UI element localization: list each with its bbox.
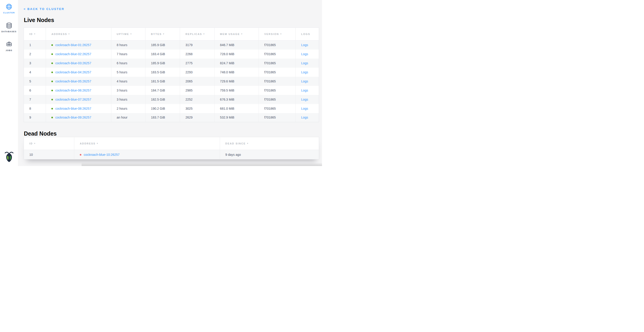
column-header-dead_address[interactable]: ADDRESS▾ xyxy=(74,137,220,150)
cell-bytes: 185.9 GiB xyxy=(146,59,180,68)
cell-replicas: 3179 xyxy=(180,40,214,49)
column-header-dead_since[interactable]: DEAD SINCE▾ xyxy=(220,137,319,150)
node-address-link[interactable]: cockroach-blue-09:26257 xyxy=(55,116,91,119)
cell-uptime: 3 hours xyxy=(111,95,146,104)
cell-mem-usage: 748.0 MiB xyxy=(214,68,259,77)
live-node-row: 5cockroach-blue-05:262574 hours181.5 GiB… xyxy=(24,77,319,86)
cell-replicas: 3025 xyxy=(180,104,214,113)
cell-logs: Logs xyxy=(296,95,319,104)
version-value: f701865 xyxy=(264,116,276,119)
logs-link[interactable]: Logs xyxy=(301,70,308,74)
cell-replicas: 2985 xyxy=(180,86,214,95)
node-id: 2 xyxy=(29,52,31,56)
cell-node-id: 9 xyxy=(24,113,46,122)
sort-arrow-icon: ▾ xyxy=(241,33,243,35)
cell-node-id: 6 xyxy=(24,86,46,95)
cell-node-address: cockroach-blue-01:26257 xyxy=(46,40,111,49)
cell-node-address: cockroach-blue-06:26257 xyxy=(46,86,111,95)
column-label: DEAD SINCE xyxy=(226,142,246,145)
mem-usage-value: 676.3 MiB xyxy=(220,98,234,101)
replicas-value: 2268 xyxy=(186,52,192,56)
logs-link[interactable]: Logs xyxy=(301,98,308,101)
node-address-link[interactable]: cockroach-blue-08:26257 xyxy=(55,107,91,110)
column-label: VERSION xyxy=(264,33,279,35)
version-value: f701865 xyxy=(264,107,276,110)
live-nodes-title: Live Nodes xyxy=(24,17,322,23)
cell-uptime: 4 hours xyxy=(111,77,146,86)
cell-node-id: 7 xyxy=(24,95,46,104)
uptime-value: 6 hours xyxy=(117,61,128,65)
node-address-link[interactable]: cockroach-blue-05:26257 xyxy=(55,79,91,83)
bytes-value: 190.2 GiB xyxy=(151,107,165,110)
cell-logs: Logs xyxy=(296,40,319,49)
uptime-value: 3 hours xyxy=(117,89,128,92)
logs-link[interactable]: Logs xyxy=(301,52,308,56)
cell-replicas: 2629 xyxy=(180,113,214,122)
sidebar-item-databases[interactable]: DATABASES xyxy=(1,22,16,33)
cell-bytes: 185.9 GiB xyxy=(146,40,180,49)
version-value: f701865 xyxy=(264,52,276,56)
logs-link[interactable]: Logs xyxy=(301,116,308,119)
back-to-cluster-link[interactable]: < BACK TO CLUSTER xyxy=(24,7,64,11)
cell-replicas: 2065 xyxy=(180,77,214,86)
cell-mem-usage: 846.7 MiB xyxy=(214,40,259,49)
column-header-replicas[interactable]: REPLICAS▾ xyxy=(180,28,214,40)
column-header-bytes[interactable]: BYTES▾ xyxy=(146,28,180,40)
healthy-status-dot-icon xyxy=(51,53,53,55)
sidebar-item-label: JOBS xyxy=(6,49,12,51)
column-header-dead_id[interactable]: ID▾ xyxy=(24,137,74,150)
node-address-link[interactable]: cockroach-blue-10:26257 xyxy=(84,153,120,156)
healthy-status-dot-icon xyxy=(51,62,53,64)
live-nodes-table: ID▾ADDRESS▾UPTIME▾BYTES▾REPLICAS▾MEM USA… xyxy=(24,27,319,122)
cell-node-address: cockroach-blue-07:26257 xyxy=(46,95,111,104)
cell-logs: Logs xyxy=(296,86,319,95)
cell-node-address: cockroach-blue-05:26257 xyxy=(46,77,111,86)
logs-link[interactable]: Logs xyxy=(301,61,308,65)
cell-version: f701865 xyxy=(258,95,296,104)
healthy-status-dot-icon xyxy=(51,90,53,91)
cell-node-address: cockroach-blue-02:26257 xyxy=(46,49,111,59)
column-header-mem_usage[interactable]: MEM USAGE▾ xyxy=(214,28,259,40)
column-label: ADDRESS xyxy=(51,33,67,35)
live-node-row: 8cockroach-blue-08:262572 hours190.2 GiB… xyxy=(24,104,319,113)
bytes-value: 183.7 GiB xyxy=(151,116,165,119)
logs-link[interactable]: Logs xyxy=(301,43,308,47)
mem-usage-value: 748.0 MiB xyxy=(220,70,234,74)
cell-version: f701865 xyxy=(258,86,296,95)
cell-logs: Logs xyxy=(296,104,319,113)
logs-link[interactable]: Logs xyxy=(301,79,308,83)
replicas-value: 2629 xyxy=(186,116,192,119)
node-address-link[interactable]: cockroach-blue-07:26257 xyxy=(55,98,91,101)
bytes-value: 185.9 GiB xyxy=(151,61,165,65)
cell-version: f701865 xyxy=(258,40,296,49)
sidebar-item-jobs[interactable]: JOBS xyxy=(6,41,12,51)
healthy-status-dot-icon xyxy=(51,44,53,46)
cell-replicas: 2775 xyxy=(180,59,214,68)
node-address-link[interactable]: cockroach-blue-02:26257 xyxy=(55,52,91,56)
sort-arrow-icon: ▾ xyxy=(247,142,248,144)
node-address-link[interactable]: cockroach-blue-04:26257 xyxy=(55,70,91,74)
logs-link[interactable]: Logs xyxy=(301,107,308,110)
app-root: CLUSTER DATABASES xyxy=(0,0,322,166)
sidebar-item-cluster[interactable]: CLUSTER xyxy=(3,4,15,14)
sidebar-item-label: DATABASES xyxy=(1,30,16,33)
dead-status-dot-icon xyxy=(80,154,81,156)
node-id: 7 xyxy=(29,98,31,101)
cell-version: f701865 xyxy=(258,113,296,122)
column-header-uptime[interactable]: UPTIME▾ xyxy=(111,28,146,40)
node-address-link[interactable]: cockroach-blue-01:26257 xyxy=(55,43,91,47)
column-label: BYTES xyxy=(151,33,162,35)
node-address-link[interactable]: cockroach-blue-06:26257 xyxy=(55,89,91,92)
node-id: 5 xyxy=(29,79,31,83)
column-header-version[interactable]: VERSION▾ xyxy=(258,28,296,40)
logs-link[interactable]: Logs xyxy=(301,89,308,92)
sort-arrow-icon: ▾ xyxy=(163,33,164,35)
replicas-value: 2293 xyxy=(186,70,192,74)
cell-replicas: 2293 xyxy=(180,68,214,77)
node-address-link[interactable]: cockroach-blue-03:26257 xyxy=(55,61,91,65)
column-header-address[interactable]: ADDRESS▾ xyxy=(46,28,111,40)
column-label: ID xyxy=(29,33,33,35)
column-header-id[interactable]: ID▾ xyxy=(24,28,46,40)
column-label: REPLICAS xyxy=(186,33,202,35)
live-node-row: 3cockroach-blue-03:262576 hours185.9 GiB… xyxy=(24,59,319,68)
